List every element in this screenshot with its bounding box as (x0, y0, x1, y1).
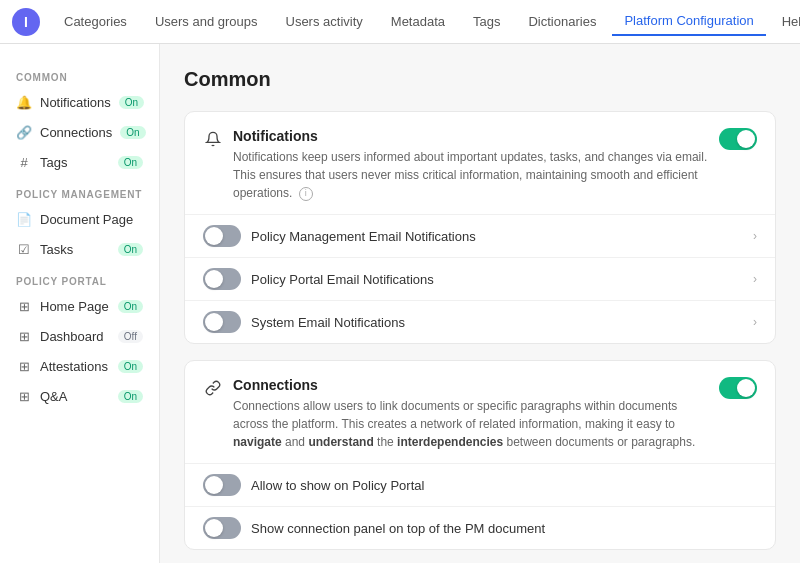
nav-dictionaries[interactable]: Dictionaries (516, 8, 608, 35)
policy-mgmt-email-toggle[interactable] (203, 225, 241, 247)
sidebar-item-connections[interactable]: 🔗 Connections On (0, 117, 159, 147)
system-email-row: System Email Notifications › (185, 300, 775, 343)
sidebar-section-common: COMMON (0, 60, 159, 87)
connections-card: Connections Connections allow users to l… (184, 360, 776, 550)
sidebar-section-policy-portal: POLICY PORTAL (0, 264, 159, 291)
connections-card-title: Connections (233, 377, 709, 393)
policy-portal-email-row: Policy Portal Email Notifications › (185, 257, 775, 300)
allow-policy-portal-label: Allow to show on Policy Portal (251, 478, 757, 493)
sidebar-document-page-label: Document Page (40, 212, 143, 227)
notifications-card: Notifications Notifications keep users i… (184, 111, 776, 344)
sidebar-notifications-label: Notifications (40, 95, 111, 110)
document-icon: 📄 (16, 211, 32, 227)
nav-help[interactable]: Help (770, 8, 800, 35)
sidebar-tags-label: Tags (40, 155, 110, 170)
policy-mgmt-email-row: Policy Management Email Notifications › (185, 214, 775, 257)
sidebar-tasks-label: Tasks (40, 242, 110, 257)
connection-panel-toggle[interactable] (203, 517, 241, 539)
sidebar-attestations-badge: On (118, 360, 143, 373)
app-layout: COMMON 🔔 Notifications On 🔗 Connections … (0, 44, 800, 563)
system-email-toggle[interactable] (203, 311, 241, 333)
chevron-right-icon-2: › (753, 272, 757, 286)
notifications-card-content: Notifications Notifications keep users i… (233, 128, 709, 202)
info-icon[interactable]: i (299, 187, 313, 201)
sidebar-item-tags[interactable]: # Tags On (0, 147, 159, 177)
bell-icon: 🔔 (16, 94, 32, 110)
dashboard-icon: ⊞ (16, 328, 32, 344)
notifications-card-header: Notifications Notifications keep users i… (185, 112, 775, 214)
chevron-right-icon: › (753, 229, 757, 243)
sidebar-attestations-label: Attestations (40, 359, 110, 374)
connections-card-icon (203, 378, 223, 398)
sidebar-item-document-page[interactable]: 📄 Document Page (0, 204, 159, 234)
attestations-icon: ⊞ (16, 358, 32, 374)
policy-portal-email-label: Policy Portal Email Notifications (251, 272, 743, 287)
nav-categories[interactable]: Categories (52, 8, 139, 35)
sidebar-item-dashboard[interactable]: ⊞ Dashboard Off (0, 321, 159, 351)
app-logo: I (12, 8, 40, 36)
connection-panel-row: Show connection panel on top of the PM d… (185, 506, 775, 549)
notifications-card-title: Notifications (233, 128, 709, 144)
hash-icon: # (16, 154, 32, 170)
allow-policy-portal-toggle[interactable] (203, 474, 241, 496)
notifications-card-icon (203, 129, 223, 149)
home-icon: ⊞ (16, 298, 32, 314)
nav-users-activity[interactable]: Users activity (274, 8, 375, 35)
notifications-main-toggle[interactable] (719, 128, 757, 150)
page-title: Common (184, 68, 776, 91)
sidebar-home-label: Home Page (40, 299, 110, 314)
sidebar-item-attestations[interactable]: ⊞ Attestations On (0, 351, 159, 381)
link-icon: 🔗 (16, 124, 32, 140)
nav-metadata[interactable]: Metadata (379, 8, 457, 35)
sidebar-item-tasks[interactable]: ☑ Tasks On (0, 234, 159, 264)
connections-card-content: Connections Connections allow users to l… (233, 377, 709, 451)
notifications-card-desc: Notifications keep users informed about … (233, 148, 709, 202)
connection-panel-label: Show connection panel on top of the PM d… (251, 521, 757, 536)
sidebar-connections-label: Connections (40, 125, 112, 140)
nav-platform-configuration[interactable]: Platform Configuration (612, 7, 765, 36)
sidebar-tasks-badge: On (118, 243, 143, 256)
chevron-right-icon-3: › (753, 315, 757, 329)
sidebar-item-qa[interactable]: ⊞ Q&A On (0, 381, 159, 411)
sidebar-connections-badge: On (120, 126, 145, 139)
sidebar-notifications-badge: On (119, 96, 144, 109)
main-content: Common Notifications Notifications keep … (160, 44, 800, 563)
connections-card-desc: Connections allow users to link document… (233, 397, 709, 451)
sidebar-home-badge: On (118, 300, 143, 313)
policy-mgmt-email-label: Policy Management Email Notifications (251, 229, 743, 244)
sidebar-qa-label: Q&A (40, 389, 110, 404)
nav-users-groups[interactable]: Users and groups (143, 8, 270, 35)
nav-tags[interactable]: Tags (461, 8, 512, 35)
connections-card-header: Connections Connections allow users to l… (185, 361, 775, 463)
qa-icon: ⊞ (16, 388, 32, 404)
top-navigation: I Categories Users and groups Users acti… (0, 0, 800, 44)
allow-policy-portal-row: Allow to show on Policy Portal (185, 463, 775, 506)
sidebar-qa-badge: On (118, 390, 143, 403)
system-email-label: System Email Notifications (251, 315, 743, 330)
sidebar-dashboard-badge: Off (118, 330, 143, 343)
tasks-icon: ☑ (16, 241, 32, 257)
sidebar-tags-badge: On (118, 156, 143, 169)
sidebar-dashboard-label: Dashboard (40, 329, 110, 344)
sidebar-item-home-page[interactable]: ⊞ Home Page On (0, 291, 159, 321)
sidebar-item-notifications[interactable]: 🔔 Notifications On (0, 87, 159, 117)
sidebar-section-policy-management: POLICY MANAGEMENT (0, 177, 159, 204)
policy-portal-email-toggle[interactable] (203, 268, 241, 290)
sidebar: COMMON 🔔 Notifications On 🔗 Connections … (0, 44, 160, 563)
connections-main-toggle[interactable] (719, 377, 757, 399)
